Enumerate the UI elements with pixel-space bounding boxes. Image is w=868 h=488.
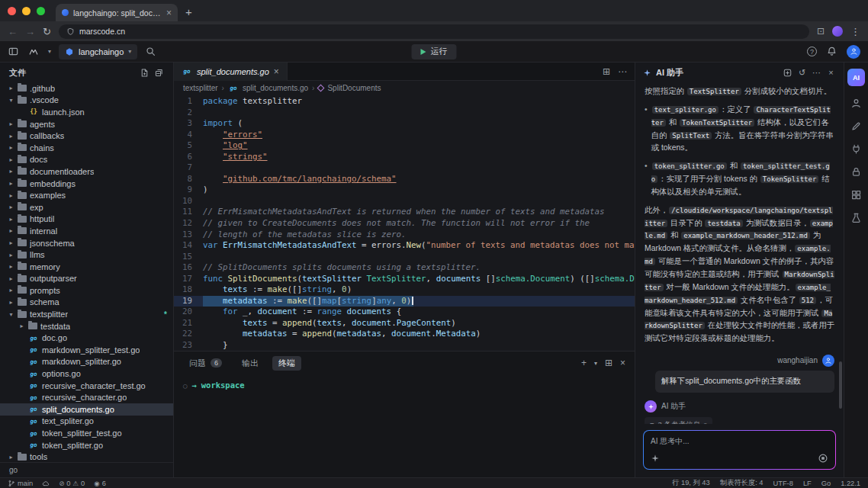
file-tree-item-recursive-character-test-go[interactable]: gorecursive_character_test.go: [0, 380, 173, 392]
close-panel-icon[interactable]: ×: [620, 358, 625, 368]
file-tree-item-schema[interactable]: ▸schema: [0, 297, 173, 309]
browser-profile-avatar[interactable]: [832, 26, 843, 37]
new-tab-button[interactable]: +: [185, 5, 192, 18]
file-tree-item-doc-go[interactable]: godoc.go: [0, 332, 173, 344]
file-tree-item-callbacks[interactable]: ▸callbacks: [0, 130, 173, 142]
forward-button[interactable]: →: [25, 27, 35, 37]
browser-menu-icon[interactable]: ⋮: [850, 27, 860, 37]
problems-indicator[interactable]: ⊘ 0 ⚠ 0: [59, 480, 85, 487]
search-icon[interactable]: [145, 46, 156, 57]
project-switcher[interactable]: langchaingo ▾: [59, 44, 137, 59]
code-line-10[interactable]: 10: [174, 196, 635, 207]
code-line-22[interactable]: 22 metadatas = append(metadatas, documen…: [174, 329, 635, 340]
file-tree-item-documentloaders[interactable]: ▸documentloaders: [0, 165, 173, 178]
site-info-icon[interactable]: [66, 27, 75, 36]
logo-chevron-down-icon[interactable]: ▾: [48, 48, 51, 55]
notifications-bell-icon[interactable]: [826, 46, 837, 57]
breadcrumb-item[interactable]: textsplitter: [183, 84, 218, 92]
code-line-16[interactable]: 16// SplitDocuments splits documents usi…: [174, 262, 635, 274]
file-tree-item-agents[interactable]: ▸agents: [0, 118, 173, 130]
code-line-4[interactable]: 4 "errors": [174, 130, 635, 141]
file-tree-item-llms[interactable]: ▸llms: [0, 249, 173, 261]
file-tree-item-prompts[interactable]: ▸prompts: [0, 284, 173, 297]
file-tree-item-recursive-character-go[interactable]: gorecursive_character.go: [0, 391, 173, 403]
file-tree-item-httputil[interactable]: ▸httputil: [0, 214, 173, 226]
file-tree-item-embeddings[interactable]: ▸embeddings: [0, 178, 173, 190]
panel-tab-问题[interactable]: 问题6: [183, 356, 228, 371]
breadcrumb-item[interactable]: SplitDocuments: [327, 84, 381, 92]
screenshot-icon[interactable]: ⊡: [817, 26, 825, 37]
code-area[interactable]: 1package textsplitter23import (4 "errors…: [174, 95, 635, 351]
tab-close-icon[interactable]: ×: [274, 66, 279, 77]
code-line-17[interactable]: 17func SplitDocuments(textSplitter TextS…: [174, 274, 635, 285]
window-zoom-button[interactable]: [37, 7, 45, 15]
file-tree-item-docs[interactable]: ▸docs: [0, 154, 173, 166]
terminal-dropdown-icon[interactable]: ▾: [594, 360, 597, 367]
new-terminal-icon[interactable]: +: [581, 358, 587, 368]
ai-assistant-icon[interactable]: AI: [847, 69, 865, 86]
window-minimize-button[interactable]: [22, 7, 31, 15]
code-line-7[interactable]: 7: [174, 162, 635, 174]
git-branch[interactable]: main: [8, 480, 33, 487]
file-tree-item-testdata[interactable]: ▸testdata: [0, 320, 173, 332]
status-item[interactable]: UTF-8: [773, 480, 793, 487]
sync-status[interactable]: [42, 480, 50, 487]
file-tree-item-memory[interactable]: ▸memory: [0, 261, 173, 273]
file-tree-item-internal[interactable]: ▸internal: [0, 225, 173, 237]
chat-input[interactable]: AI 思考中...: [643, 430, 836, 470]
collapse-all-icon[interactable]: [154, 68, 164, 78]
rail-extensions-icon[interactable]: [850, 189, 862, 201]
new-chat-icon[interactable]: [783, 68, 792, 78]
back-button[interactable]: ←: [8, 27, 18, 37]
address-bar[interactable]: marscode.cn: [59, 24, 809, 39]
code-line-12[interactable]: 12// given to CreateDocuments does not m…: [174, 218, 635, 230]
file-tree-item-tools[interactable]: ▸tools: [0, 451, 173, 462]
status-item[interactable]: LF: [803, 480, 812, 487]
file-tree-item-textsplitter[interactable]: ▾textsplitter*: [0, 308, 173, 320]
rail-profile-icon[interactable]: [850, 98, 862, 109]
code-line-19[interactable]: 19 metadatas := make([]map[string]any, 0…: [174, 296, 635, 307]
file-tree-item--github[interactable]: ▸.github: [0, 82, 173, 95]
ports-indicator[interactable]: ◉ 6: [94, 480, 106, 487]
code-line-2[interactable]: 2: [174, 108, 635, 119]
status-item[interactable]: Go: [821, 480, 831, 487]
file-tree-item-split-documents-go[interactable]: gosplit_documents.go: [0, 403, 173, 416]
panel-tab-输出[interactable]: 输出: [236, 356, 265, 371]
file-tree-item-markdown-splitter-test-go[interactable]: gomarkdown_splitter_test.go: [0, 344, 173, 356]
stop-generation-icon[interactable]: [818, 453, 828, 464]
rail-lab-icon[interactable]: [850, 212, 862, 223]
code-line-14[interactable]: 14var ErrMismatchMetadatasAndText = erro…: [174, 240, 635, 252]
close-panel-icon[interactable]: ×: [826, 68, 836, 78]
code-line-9[interactable]: 9): [174, 185, 635, 196]
file-tree-item-markdown-splitter-go[interactable]: gomarkdown_splitter.go: [0, 356, 173, 368]
file-tree-item-exp[interactable]: ▸exp: [0, 201, 173, 214]
toggle-sidebar-icon[interactable]: [8, 46, 19, 57]
file-tree-item-jsonschema[interactable]: ▸jsonschema: [0, 237, 173, 249]
new-file-icon[interactable]: [140, 68, 149, 78]
code-line-23[interactable]: 23 }: [174, 340, 635, 351]
panel-tab-终端[interactable]: 终端: [272, 356, 301, 371]
run-button[interactable]: 运行: [412, 44, 457, 59]
rail-security-icon[interactable]: [850, 166, 862, 178]
more-icon[interactable]: ⋯: [812, 68, 821, 78]
file-tree-item-token-splitter-test-go[interactable]: gotoken_splitter_test.go: [0, 427, 173, 439]
split-terminal-icon[interactable]: ⊞: [605, 358, 612, 368]
code-line-21[interactable]: 21 texts = append(texts, document.PageCo…: [174, 318, 635, 329]
file-tree-item-token-splitter-go[interactable]: gotoken_splitter.go: [0, 439, 173, 451]
split-editor-icon[interactable]: ⊞: [603, 66, 610, 77]
outline-section-go[interactable]: go: [0, 462, 173, 477]
code-line-3[interactable]: 3import (: [174, 118, 635, 130]
code-line-1[interactable]: 1package textsplitter: [174, 96, 635, 108]
browser-tab[interactable]: langchaingo: split_documen... ×: [56, 4, 178, 21]
chat-scrollbar[interactable]: [839, 361, 842, 409]
code-line-6[interactable]: 6 "strings": [174, 152, 635, 163]
rail-plugin-icon[interactable]: [850, 143, 862, 155]
code-line-13[interactable]: 13// length of the metadatas slice is ze…: [174, 230, 635, 241]
code-line-15[interactable]: 15: [174, 252, 635, 263]
status-item[interactable]: 1.22.1: [841, 480, 860, 487]
references-toggle[interactable]: ≡3 条参考信息▾: [645, 417, 712, 424]
history-icon[interactable]: ↺: [797, 68, 807, 78]
editor-tab[interactable]: go split_documents.go ×: [174, 63, 288, 81]
code-line-8[interactable]: 8 "github.com/tmc/langchaingo/schema": [174, 174, 635, 185]
file-tree-item-examples[interactable]: ▸examples: [0, 189, 173, 201]
